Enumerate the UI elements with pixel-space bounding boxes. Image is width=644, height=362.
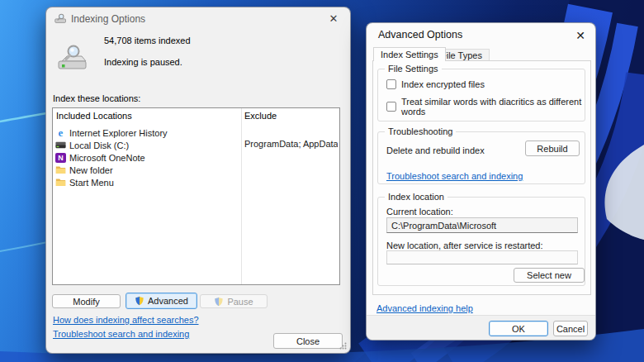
cancel-button[interactable]: Cancel	[553, 321, 588, 336]
diacritics-row: Treat similar words with diacritics as d…	[386, 97, 585, 117]
advanced-options-dialog: Advanced Options ✕ Index Settings File T…	[366, 22, 596, 341]
new-location-label: New location, after service is restarted…	[386, 241, 543, 250]
advanced-indexing-help-link[interactable]: Advanced indexing help	[376, 303, 473, 313]
close-button[interactable]: Close	[273, 333, 343, 349]
pause-button[interactable]: Pause	[200, 294, 268, 308]
group-legend: Index location	[385, 192, 447, 202]
indexing-options-dialog: Indexing Options ✕ 54,708 items indexed …	[45, 7, 351, 354]
close-icon[interactable]: ✕	[326, 12, 341, 26]
select-new-button[interactable]: Select new	[514, 268, 585, 283]
folder-icon	[55, 177, 66, 188]
items-indexed-text: 54,708 items indexed	[104, 36, 191, 45]
list-item[interactable]: Local Disk (C:)	[55, 139, 237, 151]
group-legend: Troubleshooting	[385, 126, 456, 136]
new-location-field[interactable]	[386, 250, 578, 264]
internet-explorer-icon: e	[55, 127, 66, 138]
column-divider	[241, 108, 242, 284]
index-encrypted-files-checkbox[interactable]	[386, 79, 396, 89]
dialog-footer: OK Cancel	[367, 315, 595, 340]
dialog-title: Indexing Options	[71, 13, 145, 25]
troubleshoot-link[interactable]: Troubleshoot search and indexing	[386, 171, 523, 181]
indexing-options-titlebar[interactable]: Indexing Options ✕	[46, 7, 350, 29]
diacritics-checkbox[interactable]	[386, 102, 396, 112]
folder-icon	[55, 164, 66, 175]
dialog-title: Advanced Options	[378, 29, 462, 40]
advanced-button[interactable]: Advanced	[125, 293, 197, 309]
uac-shield-icon	[135, 296, 144, 306]
drive-icon	[55, 140, 66, 150]
index-encrypted-files-row: Index encrypted files	[386, 79, 485, 89]
indexing-status-text: Indexing is paused.	[104, 57, 182, 67]
list-item[interactable]: Start Menu	[55, 176, 237, 188]
file-settings-group: File Settings Index encrypted files Trea…	[377, 69, 585, 121]
advanced-options-titlebar[interactable]: Advanced Options ✕	[367, 23, 595, 45]
current-location-label: Current location:	[386, 207, 453, 217]
exclude-cell: ProgramData; AppData; AppData; Microso..…	[244, 139, 338, 149]
modify-button[interactable]: Modify	[52, 294, 121, 308]
delete-rebuild-label: Delete and rebuild index	[386, 145, 485, 155]
tab-index-settings[interactable]: Index Settings	[373, 47, 446, 61]
index-location-group: Index location Current location: New loc…	[377, 197, 585, 286]
list-item[interactable]: e Internet Explorer History	[55, 126, 237, 139]
close-icon[interactable]: ✕	[573, 28, 588, 43]
list-item[interactable]: N Microsoft OneNote	[55, 151, 237, 164]
current-location-field[interactable]	[386, 217, 578, 233]
indexing-drive-search-icon	[55, 44, 88, 74]
group-legend: File Settings	[385, 64, 442, 74]
how-indexing-affects-link[interactable]: How does indexing affect searches?	[53, 315, 199, 325]
troubleshoot-link[interactable]: Troubleshoot search and indexing	[53, 329, 189, 339]
column-header-exclude[interactable]: Exclude	[244, 111, 277, 121]
list-item[interactable]: New folder	[55, 164, 237, 176]
rebuild-button[interactable]: Rebuild	[525, 141, 580, 156]
ok-button[interactable]: OK	[489, 321, 548, 336]
troubleshooting-group: Troubleshooting Delete and rebuild index…	[377, 131, 585, 184]
locations-label: Index these locations:	[53, 93, 140, 103]
indexing-options-icon	[54, 13, 67, 24]
locations-list[interactable]: Included Locations Exclude e Internet Ex…	[52, 107, 340, 285]
uac-shield-icon	[214, 297, 224, 307]
resize-grip[interactable]	[339, 342, 347, 350]
onenote-icon: N	[55, 153, 66, 163]
column-header-included[interactable]: Included Locations	[56, 111, 132, 121]
